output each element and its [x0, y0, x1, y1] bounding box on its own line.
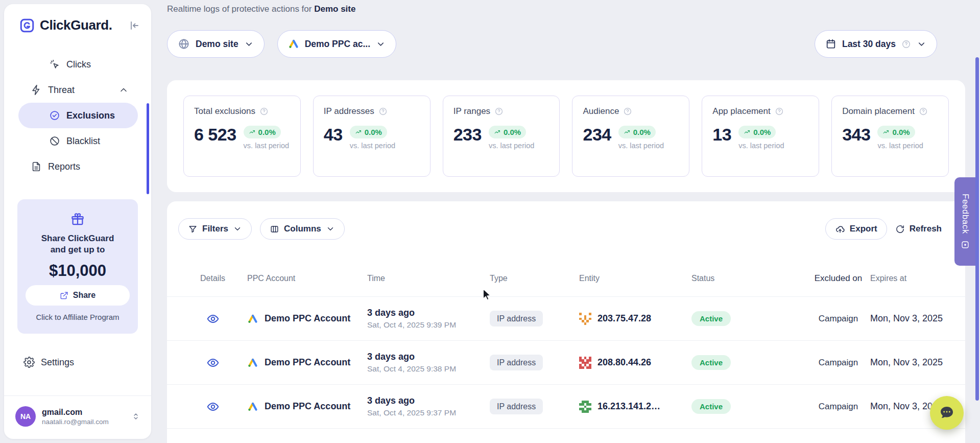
- sidebar-item-clicks[interactable]: Clicks: [18, 52, 138, 77]
- expires-at-value: Mon, Nov 3, 2025: [870, 313, 965, 324]
- help-circle-icon[interactable]: [259, 107, 269, 116]
- entity-value: 16.213.141.2…: [597, 401, 660, 412]
- help-circle-icon[interactable]: [919, 107, 928, 116]
- delta-badge: 0.0%: [618, 126, 656, 138]
- chevron-down-icon: [326, 224, 335, 234]
- collapse-sidebar-button[interactable]: [128, 19, 140, 32]
- page-subtitle: Realtime logs of protective actions for …: [167, 4, 355, 14]
- user-email: naatali.ro@gmail.com: [42, 418, 109, 426]
- eye-icon: [206, 356, 220, 369]
- calendar-icon: [825, 38, 836, 50]
- sidebar-item-threat[interactable]: Threat: [18, 77, 138, 103]
- affiliate-program-link[interactable]: Click to Affiliate Program: [26, 313, 130, 321]
- trending-up-icon: [249, 129, 256, 136]
- sidebar-item-label: Blacklist: [66, 136, 100, 147]
- status-badge: Active: [691, 311, 731, 326]
- chat-launcher-button[interactable]: [930, 396, 964, 430]
- refresh-button[interactable]: Refresh: [895, 224, 942, 234]
- type-badge: IP address: [490, 311, 543, 327]
- trending-up-icon: [494, 129, 501, 136]
- stat-card-total-exclusions: Total exclusions 6 523 0.0% vs. last per…: [183, 96, 301, 177]
- excluded-on-value: Campaign: [819, 358, 858, 368]
- filters-button[interactable]: Filters: [178, 218, 252, 240]
- help-circle-icon[interactable]: [494, 107, 504, 116]
- help-circle-icon[interactable]: [623, 107, 632, 116]
- col-header-expires-at: Expires at: [870, 274, 965, 283]
- sidebar-item-blacklist[interactable]: Blacklist: [18, 128, 138, 154]
- exclusions-table-panel: Filters Columns Export Refresh Details P…: [167, 201, 965, 443]
- entity-value: 208.80.44.26: [597, 357, 651, 368]
- help-circle-icon[interactable]: [901, 39, 911, 49]
- trending-up-icon: [744, 129, 751, 136]
- stat-caption: vs. last period: [877, 142, 923, 150]
- excluded-on-value: Campaign: [819, 402, 858, 412]
- columns-icon: [270, 224, 279, 234]
- stat-value: 233: [453, 126, 482, 143]
- time-full: Sat, Oct 4, 2025 9:39 PM: [367, 320, 490, 330]
- user-menu[interactable]: NA gmail.com naatali.ro@gmail.com: [4, 396, 151, 439]
- sidebar-item-reports[interactable]: Reports: [18, 154, 138, 179]
- type-badge: IP address: [490, 355, 543, 370]
- stat-card-ip-ranges: IP ranges 233 0.0% vs. last period: [443, 96, 560, 177]
- stat-value: 343: [842, 126, 870, 143]
- subtitle-site-name: Demo site: [314, 4, 355, 14]
- sidebar-item-settings[interactable]: Settings: [4, 351, 151, 374]
- table-toolbar: Filters Columns Export Refresh: [167, 201, 965, 240]
- table-row: Demo PPC Account 3 days agoSat, Oct 4, 2…: [167, 296, 965, 340]
- table-row: Demo PPC Account 3 days agoSat, Oct 4, 2…: [167, 384, 965, 428]
- delta-badge: 0.0%: [489, 126, 526, 138]
- sidebar-scrollbar-thumb[interactable]: [147, 103, 149, 194]
- excluded-on-value: Campaign: [819, 314, 858, 324]
- refresh-icon: [895, 224, 905, 234]
- view-details-button[interactable]: [206, 312, 220, 325]
- help-circle-icon[interactable]: [775, 107, 784, 116]
- feedback-widget-icon: [961, 240, 970, 249]
- report-icon: [31, 161, 42, 172]
- columns-button[interactable]: Columns: [260, 218, 345, 240]
- promo-amount: $10,000: [26, 262, 130, 280]
- col-header-entity: Entity: [579, 274, 691, 283]
- sidebar-item-exclusions[interactable]: Exclusions: [18, 103, 138, 128]
- chevron-down-icon: [917, 39, 926, 49]
- ppc-account-name: Demo PPC Account: [265, 357, 350, 368]
- table-header-row: Details PPC Account Time Type Entity Sta…: [167, 261, 965, 296]
- help-circle-icon[interactable]: [378, 107, 388, 116]
- google-ads-icon: [247, 313, 258, 324]
- time-full: Sat, Oct 4, 2025 9:38 PM: [367, 364, 490, 374]
- stat-label: Total exclusions: [194, 106, 255, 116]
- trending-up-icon: [624, 129, 631, 136]
- feedback-label: Feedback: [960, 194, 970, 234]
- share-button[interactable]: Share: [26, 285, 130, 306]
- stat-label: Audience: [583, 106, 619, 116]
- status-badge: Active: [691, 355, 731, 370]
- delta-badge: 0.0%: [350, 126, 387, 138]
- sidebar-item-label: Exclusions: [66, 110, 115, 121]
- feedback-tab[interactable]: Feedback: [954, 177, 976, 266]
- time-full: Sat, Oct 4, 2025 9:37 PM: [367, 408, 490, 417]
- gift-icon: [70, 212, 85, 227]
- time-relative: 3 days ago: [367, 395, 490, 406]
- chevron-down-icon: [376, 39, 386, 49]
- eye-icon: [206, 312, 220, 325]
- stat-card-audience: Audience 234 0.0% vs. last period: [572, 96, 689, 177]
- page-scrollbar-thumb[interactable]: [975, 57, 979, 401]
- brand-name: ClickGuard.: [40, 17, 112, 33]
- stat-label: App placement: [712, 106, 770, 116]
- sidebar-item-label: Reports: [48, 161, 80, 172]
- export-button[interactable]: Export: [825, 218, 887, 240]
- view-details-button[interactable]: [206, 400, 220, 413]
- gear-icon: [23, 357, 35, 368]
- delta-badge: 0.0%: [244, 126, 281, 138]
- avatar: NA: [15, 406, 36, 427]
- sidebar-item-label: Threat: [48, 85, 75, 96]
- type-badge: IP address: [490, 399, 543, 414]
- globe-icon: [178, 38, 190, 50]
- view-details-button[interactable]: [206, 356, 220, 369]
- ppc-account-name: Demo PPC Account: [265, 313, 350, 324]
- date-range-selector[interactable]: Last 30 days: [815, 30, 937, 58]
- site-selector[interactable]: Demo site: [167, 30, 265, 58]
- ppc-account-selector[interactable]: Demo PPC ac...: [277, 30, 396, 58]
- chat-bubble-icon: [939, 405, 955, 421]
- ban-icon: [49, 135, 60, 147]
- promo-title: Share ClickGuard and get up to: [26, 233, 130, 255]
